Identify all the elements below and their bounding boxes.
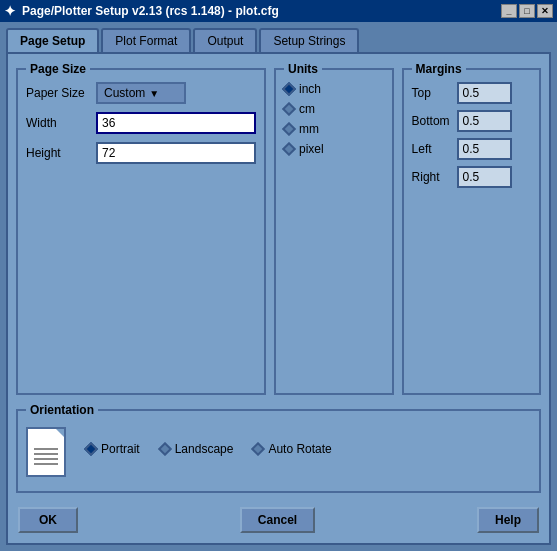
unit-pixel-row[interactable]: pixel (284, 142, 384, 156)
close-button[interactable]: ✕ (537, 4, 553, 18)
tab-setup-strings[interactable]: Setup Strings (259, 28, 359, 52)
tab-output[interactable]: Output (193, 28, 257, 52)
tab-plot-format[interactable]: Plot Format (101, 28, 191, 52)
tab-bar: Page Setup Plot Format Output Setup Stri… (6, 28, 551, 52)
unit-mm-row[interactable]: mm (284, 122, 384, 136)
orientation-options: Portrait Landscape Auto Rotate (86, 442, 332, 462)
height-label: Height (26, 146, 96, 160)
window-title: Page/Plotter Setup v2.13 (rcs 1.148) - p… (22, 4, 501, 18)
app-icon: ✦ (4, 3, 16, 19)
margins-group: Margins Top Bottom Left Right (402, 62, 541, 395)
unit-pixel-label: pixel (299, 142, 324, 156)
title-bar: ✦ Page/Plotter Setup v2.13 (rcs 1.148) -… (0, 0, 557, 22)
orientation-portrait-label: Portrait (101, 442, 140, 456)
doc-line-2 (34, 453, 58, 455)
margin-right-row: Right (412, 166, 531, 188)
paper-size-dropdown[interactable]: Custom ▼ (96, 82, 186, 104)
top-section: Page Size Paper Size Custom ▼ Width Heig… (16, 62, 541, 395)
unit-mm-radio[interactable] (282, 122, 296, 136)
margin-top-input[interactable] (457, 82, 512, 104)
content-area: Page Size Paper Size Custom ▼ Width Heig… (6, 52, 551, 545)
margin-bottom-label: Bottom (412, 114, 457, 128)
button-bar: OK Cancel Help (16, 501, 541, 535)
margin-bottom-input[interactable] (457, 110, 512, 132)
doc-line-1 (34, 448, 58, 450)
margin-right-label: Right (412, 170, 457, 184)
ok-button[interactable]: OK (18, 507, 78, 533)
height-input[interactable] (96, 142, 256, 164)
orientation-content: Portrait Landscape Auto Rotate (26, 423, 531, 481)
orientation-group: Orientation Portrait (16, 403, 541, 493)
doc-lines (34, 448, 58, 465)
page-size-group: Page Size Paper Size Custom ▼ Width Heig… (16, 62, 266, 395)
orientation-portrait-radio[interactable] (84, 442, 98, 456)
doc-line-3 (34, 458, 58, 460)
minimize-button[interactable]: _ (501, 4, 517, 18)
maximize-button[interactable]: □ (519, 4, 535, 18)
cancel-button[interactable]: Cancel (240, 507, 315, 533)
unit-inch-label: inch (299, 82, 321, 96)
margin-top-label: Top (412, 86, 457, 100)
unit-inch-radio[interactable] (282, 82, 296, 96)
tab-page-setup[interactable]: Page Setup (6, 28, 99, 52)
width-row: Width (26, 112, 256, 134)
margin-right-input[interactable] (457, 166, 512, 188)
width-label: Width (26, 116, 96, 130)
paper-size-label: Paper Size (26, 86, 96, 100)
orientation-auto-rotate-radio[interactable] (251, 442, 265, 456)
paper-size-row: Paper Size Custom ▼ (26, 82, 256, 104)
units-group: Units inch cm mm pixel (274, 62, 394, 395)
document-icon (26, 427, 66, 477)
page-size-legend: Page Size (26, 62, 90, 76)
paper-size-value: Custom (104, 86, 145, 100)
unit-mm-label: mm (299, 122, 319, 136)
orientation-landscape-radio[interactable] (158, 442, 172, 456)
orientation-landscape-label: Landscape (175, 442, 234, 456)
unit-cm-radio[interactable] (282, 102, 296, 116)
orientation-portrait-row[interactable]: Portrait (86, 442, 140, 456)
orientation-auto-rotate-label: Auto Rotate (268, 442, 331, 456)
margin-left-label: Left (412, 142, 457, 156)
help-button[interactable]: Help (477, 507, 539, 533)
margin-left-row: Left (412, 138, 531, 160)
window-controls: _ □ ✕ (501, 4, 553, 18)
margin-bottom-row: Bottom (412, 110, 531, 132)
orientation-legend: Orientation (26, 403, 98, 417)
window-body: Page Setup Plot Format Output Setup Stri… (0, 22, 557, 551)
unit-inch-row[interactable]: inch (284, 82, 384, 96)
margins-legend: Margins (412, 62, 466, 76)
unit-cm-row[interactable]: cm (284, 102, 384, 116)
doc-line-4 (34, 463, 58, 465)
dropdown-arrow-icon: ▼ (149, 88, 178, 99)
width-input[interactable] (96, 112, 256, 134)
units-legend: Units (284, 62, 322, 76)
unit-cm-label: cm (299, 102, 315, 116)
unit-pixel-radio[interactable] (282, 142, 296, 156)
orientation-landscape-row[interactable]: Landscape (160, 442, 234, 456)
margin-left-input[interactable] (457, 138, 512, 160)
margin-top-row: Top (412, 82, 531, 104)
orientation-auto-rotate-row[interactable]: Auto Rotate (253, 442, 331, 456)
height-row: Height (26, 142, 256, 164)
